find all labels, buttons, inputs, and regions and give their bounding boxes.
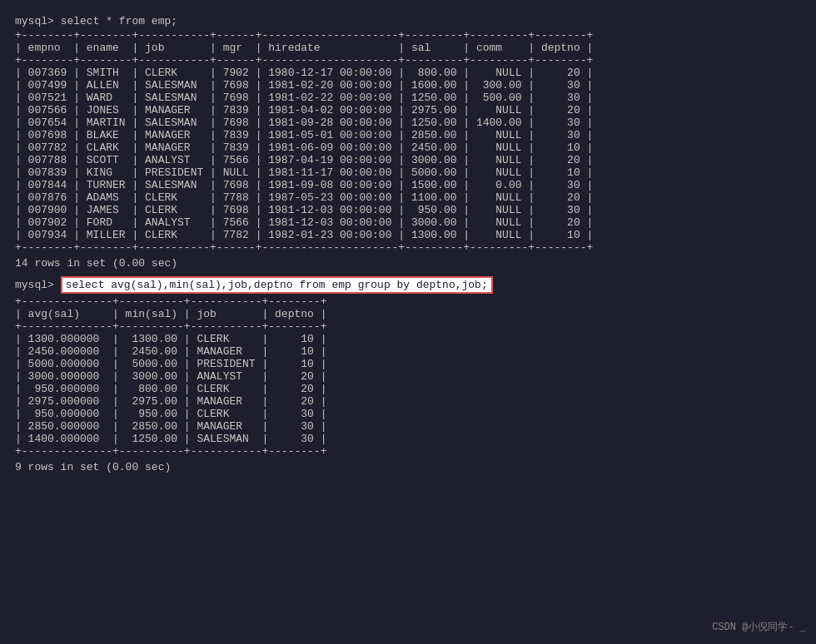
table-row: | 3000.000000 | 3000.00 | ANALYST | 20 |: [15, 370, 801, 383]
table2-sep-header: +--------------+----------+-----------+-…: [15, 320, 801, 333]
table-row: | 007839 | KING | PRESIDENT | NULL | 198…: [15, 166, 801, 179]
table-row: | 1400.000000 | 1250.00 | SALESMAN | 30 …: [15, 433, 801, 445]
table-row: | 007698 | BLAKE | MANAGER | 7839 | 1981…: [15, 129, 801, 141]
query1-prompt-line: mysql> select * from emp;: [15, 15, 801, 27]
table-row: | 007788 | SCOTT | ANALYST | 7566 | 1987…: [15, 154, 801, 166]
table-row: | 007934 | MILLER | CLERK | 7782 | 1982-…: [15, 229, 801, 241]
table2-sep-bottom: +--------------+----------+-----------+-…: [15, 445, 801, 458]
table-row: | 007782 | CLARK | MANAGER | 7839 | 1981…: [15, 141, 801, 154]
table-row: | 2450.000000 | 2450.00 | MANAGER | 10 |: [15, 345, 801, 358]
table-row: | 007900 | JAMES | CLERK | 7698 | 1981-1…: [15, 204, 801, 216]
table2-header: | avg(sal) | min(sal) | job | deptno |: [15, 308, 801, 320]
table1-sep-header: +--------+--------+-----------+------+--…: [15, 54, 801, 67]
table-row: | 1300.000000 | 1300.00 | CLERK | 10 |: [15, 333, 801, 345]
table-row: | 007876 | ADAMS | CLERK | 7788 | 1987-0…: [15, 191, 801, 204]
table-row: | 950.000000 | 800.00 | CLERK | 20 |: [15, 383, 801, 395]
result1: 14 rows in set (0.00 sec): [15, 257, 801, 270]
result2: 9 rows in set (0.00 sec): [15, 461, 801, 473]
table-row: | 007521 | WARD | SALESMAN | 7698 | 1981…: [15, 92, 801, 104]
table-row: | 007844 | TURNER | SALESMAN | 7698 | 19…: [15, 179, 801, 191]
table1-header: | empno | ename | job | mgr | hiredate |…: [15, 42, 801, 54]
table-row: | 007499 | ALLEN | SALESMAN | 7698 | 198…: [15, 79, 801, 92]
table-row: | 2975.000000 | 2975.00 | MANAGER | 20 |: [15, 395, 801, 408]
table-row: | 950.000000 | 950.00 | CLERK | 30 |: [15, 408, 801, 420]
table-row: | 5000.000000 | 5000.00 | PRESIDENT | 10…: [15, 358, 801, 370]
table-row: | 007902 | FORD | ANALYST | 7566 | 1981-…: [15, 216, 801, 229]
prompt2: mysql>: [15, 279, 54, 291]
prompt1: mysql>: [15, 15, 54, 27]
table-row: | 2850.000000 | 2850.00 | MANAGER | 30 |: [15, 420, 801, 433]
command2-highlighted: select avg(sal),min(sal),job,deptno from…: [61, 276, 493, 294]
table2-container: +--------------+----------+-----------+-…: [15, 295, 801, 458]
query2-prompt-line: mysql> select avg(sal),min(sal),job,dept…: [15, 276, 801, 294]
table1-sep-top: +--------+--------+-----------+------+--…: [15, 29, 801, 42]
command1-text: select * from emp;: [61, 15, 177, 27]
table-row: | 007566 | JONES | MANAGER | 7839 | 1981…: [15, 104, 801, 116]
watermark: CSDN @小倪同学- _: [712, 620, 806, 634]
terminal: mysql> select * from emp; +--------+----…: [8, 8, 808, 483]
table2-sep-top: +--------------+----------+-----------+-…: [15, 295, 801, 308]
table-row: | 007654 | MARTIN | SALESMAN | 7698 | 19…: [15, 116, 801, 129]
table1-sep-bottom: +--------+--------+-----------+------+--…: [15, 241, 801, 254]
table1-container: +--------+--------+-----------+------+--…: [15, 29, 801, 254]
table-row: | 007369 | SMITH | CLERK | 7902 | 1980-1…: [15, 67, 801, 79]
